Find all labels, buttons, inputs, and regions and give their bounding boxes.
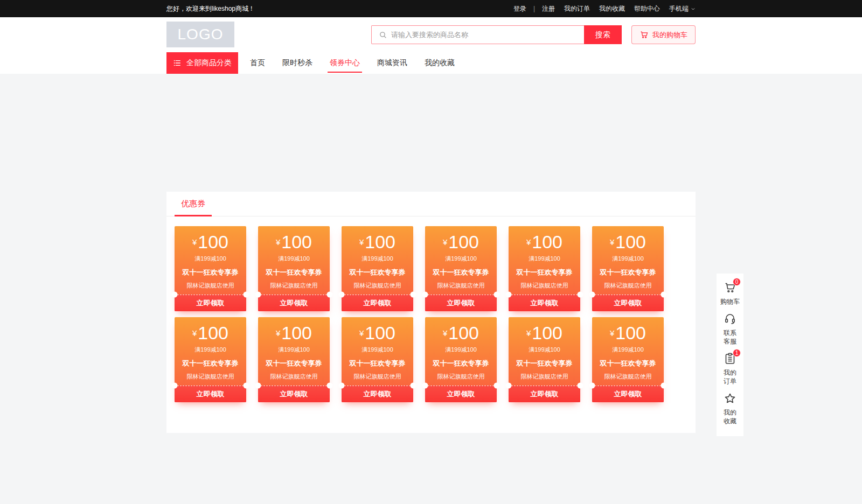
coupon-notch-right <box>244 292 249 298</box>
claim-coupon-button[interactable]: 立即领取 <box>342 295 413 311</box>
search-button[interactable]: 搜索 <box>584 25 622 44</box>
topbar-divider: | <box>533 5 535 12</box>
coupon-condition: 满199减100 <box>278 346 310 354</box>
coupon-scope: 限林记旗舰店使用 <box>521 282 568 290</box>
claim-coupon-button[interactable]: 立即领取 <box>258 295 330 311</box>
coupon-card: ¥ 100 满199减100 双十一狂欢专享券 限林记旗舰店使用 立即领取 <box>175 226 246 311</box>
claim-coupon-button[interactable]: 立即领取 <box>509 386 580 402</box>
coupon-condition: 满199减100 <box>612 346 644 354</box>
logo[interactable]: LOGO <box>166 22 234 47</box>
nav-item-home[interactable]: 首页 <box>250 52 265 74</box>
coupon-title: 双十一狂欢专享券 <box>183 268 239 277</box>
category-list-icon <box>173 59 182 67</box>
mobile-version-label: 手机端 <box>669 4 689 13</box>
currency-symbol: ¥ <box>526 329 531 337</box>
nav-item-coupon-center[interactable]: 领券中心 <box>330 52 360 74</box>
coupon-price: ¥ 100 <box>610 233 646 251</box>
search-input[interactable] <box>372 26 584 44</box>
coupon-title: 双十一狂欢专享券 <box>517 268 573 277</box>
main-nav: 全部商品分类 首页 限时秒杀 领券中心 商城资讯 我的收藏 <box>166 52 696 74</box>
coupon-card: ¥ 100 满199减100 双十一狂欢专享券 限林记旗舰店使用 立即领取 <box>342 226 413 311</box>
claim-coupon-label: 立即领取 <box>280 389 308 399</box>
claim-coupon-label: 立即领取 <box>197 298 225 308</box>
star-icon <box>724 392 736 405</box>
coupon-notch-right <box>244 383 249 389</box>
claim-coupon-label: 立即领取 <box>531 389 559 399</box>
all-categories-label: 全部商品分类 <box>186 58 232 68</box>
order-icon: 1 <box>724 352 736 365</box>
claim-coupon-button[interactable]: 立即领取 <box>592 295 664 311</box>
claim-coupon-button[interactable]: 立即领取 <box>509 295 580 311</box>
register-link[interactable]: 注册 <box>542 4 555 13</box>
coupon-notch-right <box>494 383 500 389</box>
nav-item-my-favorites[interactable]: 我的收藏 <box>425 52 455 74</box>
coupon-title: 双十一狂欢专享券 <box>266 359 322 368</box>
claim-coupon-button[interactable]: 立即领取 <box>175 295 246 311</box>
claim-coupon-button[interactable]: 立即领取 <box>425 386 497 402</box>
coupon-card: ¥ 100 满199减100 双十一狂欢专享券 限林记旗舰店使用 立即领取 <box>258 317 330 402</box>
claim-coupon-label: 立即领取 <box>280 298 308 308</box>
claim-coupon-label: 立即领取 <box>531 298 559 308</box>
float-sidebar: 0 购物车 联系客服 1 我的订单 我的收藏 <box>717 274 743 436</box>
coupon-card: ¥ 100 满199减100 双十一狂欢专享券 限林记旗舰店使用 立即领取 <box>258 226 330 311</box>
coupon-card: ¥ 100 满199减100 双十一狂欢专享券 限林记旗舰店使用 立即领取 <box>175 317 246 402</box>
coupon-condition: 满199减100 <box>529 255 560 263</box>
all-categories-button[interactable]: 全部商品分类 <box>166 52 238 74</box>
my-cart-button[interactable]: 我的购物车 <box>631 25 696 44</box>
coupon-title: 双十一狂欢专享券 <box>517 359 573 368</box>
my-favorites-link[interactable]: 我的收藏 <box>599 4 625 13</box>
currency-symbol: ¥ <box>443 329 447 337</box>
coupon-price: ¥ 100 <box>443 233 479 251</box>
coupon-notch-left <box>506 383 512 389</box>
coupon-notch-left <box>422 383 428 389</box>
coupon-title: 双十一狂欢专享券 <box>600 268 656 277</box>
sidebar-item-customer-service[interactable]: 联系客服 <box>724 312 736 346</box>
claim-coupon-button[interactable]: 立即领取 <box>592 386 664 402</box>
sidebar-item-my-favorites[interactable]: 我的收藏 <box>724 392 736 425</box>
my-orders-link[interactable]: 我的订单 <box>564 4 590 13</box>
search-box: 搜索 <box>371 25 622 44</box>
coupon-condition: 满199减100 <box>194 346 226 354</box>
sidebar-item-my-orders[interactable]: 1 我的订单 <box>724 352 736 386</box>
claim-coupon-button[interactable]: 立即领取 <box>425 295 497 311</box>
coupon-amount: 100 <box>198 324 228 342</box>
search-icon <box>379 31 387 41</box>
mobile-version-link[interactable]: 手机端 <box>669 4 696 13</box>
currency-symbol: ¥ <box>359 329 364 337</box>
coupon-title: 双十一狂欢专享券 <box>350 268 406 277</box>
coupon-amount: 100 <box>448 324 479 342</box>
nav-item-mall-news[interactable]: 商城资讯 <box>377 52 407 74</box>
claim-coupon-button[interactable]: 立即领取 <box>175 386 246 402</box>
claim-coupon-label: 立即领取 <box>197 389 225 399</box>
tab-coupons[interactable]: 优惠券 <box>175 192 212 216</box>
coupon-scope: 限林记旗舰店使用 <box>270 282 318 290</box>
orders-badge: 1 <box>733 349 741 357</box>
coupon-tabs: 优惠券 <box>166 192 696 216</box>
coupon-scope: 限林记旗舰店使用 <box>187 373 234 381</box>
coupon-amount: 100 <box>365 324 395 342</box>
coupon-price: ¥ 100 <box>526 233 562 251</box>
claim-coupon-button[interactable]: 立即领取 <box>258 386 330 402</box>
coupon-amount: 100 <box>532 324 562 342</box>
coupon-title: 双十一狂欢专享券 <box>266 268 322 277</box>
login-link[interactable]: 登录 <box>513 4 526 13</box>
coupon-notch-right <box>327 292 333 298</box>
coupon-notch-right <box>411 292 416 298</box>
coupon-amount: 100 <box>281 324 312 342</box>
coupon-notch-right <box>578 383 583 389</box>
help-center-link[interactable]: 帮助中心 <box>634 4 660 13</box>
claim-coupon-label: 立即领取 <box>447 298 475 308</box>
coupon-notch-left <box>172 383 178 389</box>
coupon-condition: 满199减100 <box>445 346 477 354</box>
coupon-scope: 限林记旗舰店使用 <box>354 282 401 290</box>
coupon-price: ¥ 100 <box>526 324 562 342</box>
coupon-notch-right <box>327 383 333 389</box>
claim-coupon-button[interactable]: 立即领取 <box>342 386 413 402</box>
coupon-amount: 100 <box>615 324 646 342</box>
sidebar-item-label: 我的订单 <box>724 368 736 386</box>
sidebar-item-cart[interactable]: 0 购物车 <box>720 281 740 306</box>
coupon-condition: 满199减100 <box>612 255 644 263</box>
coupon-notch-right <box>494 292 500 298</box>
nav-item-flash-sale[interactable]: 限时秒杀 <box>282 52 312 74</box>
coupon-scope: 限林记旗舰店使用 <box>270 373 318 381</box>
